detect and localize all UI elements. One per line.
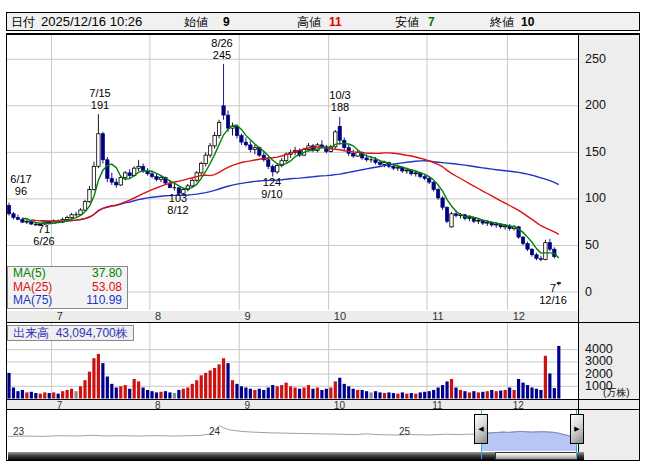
nav-year-label: 23: [13, 427, 24, 437]
price-axis-tick: 100: [585, 192, 606, 205]
candle-up: [276, 165, 279, 172]
volume-bar: [307, 385, 310, 398]
high-label: 高値: [297, 14, 321, 30]
volume-bar: [70, 389, 73, 399]
candle-down: [338, 126, 341, 140]
candle-down: [454, 214, 457, 216]
ma5-value: 37.80: [92, 267, 122, 281]
volume-bar: [481, 392, 484, 399]
candle-down: [128, 173, 131, 176]
candle-up: [65, 218, 68, 220]
candle-up: [124, 173, 127, 178]
volume-bar: [343, 384, 346, 399]
price-annotation: 716/26: [33, 224, 54, 247]
close-label: 終値: [490, 14, 514, 30]
volume-bar: [137, 381, 140, 398]
price-annotation: 10/3188: [329, 90, 350, 113]
volume-bar: [289, 386, 292, 398]
volume-bar: [79, 386, 82, 398]
ma25-value: 53.08: [92, 281, 122, 295]
volume-bar: [142, 388, 145, 399]
candle-down: [347, 148, 350, 154]
open-value: 9: [223, 14, 230, 30]
volume-bar: [369, 392, 372, 398]
candle-down: [423, 177, 426, 179]
volume-bar: [168, 392, 171, 398]
price-annotation: 6/1796: [10, 174, 31, 197]
volume-bar: [401, 392, 404, 398]
navigator-right-handle-button[interactable]: ▶: [570, 414, 584, 444]
volume-bar: [526, 385, 529, 398]
volume-bar: [209, 370, 212, 398]
candle-down: [110, 178, 113, 182]
volume-bar: [441, 385, 444, 398]
volume-bar: [173, 393, 176, 398]
volume-bar: [419, 392, 422, 398]
volume-bar: [262, 390, 265, 399]
volume-bar: [504, 390, 507, 399]
volume-bar: [150, 391, 153, 398]
volume-bar: [204, 373, 207, 399]
candle-down: [530, 249, 533, 255]
volume-bar: [410, 393, 413, 398]
volume-bar: [34, 393, 37, 398]
volume-bar: [437, 388, 440, 399]
candle-down: [548, 243, 551, 250]
stock-chart-app: 日付 2025/12/16 10:26 始値 9 高値 11 安値 7 終値 1…: [0, 0, 653, 470]
volume-bar: [316, 388, 319, 399]
volume-bar: [445, 381, 448, 398]
candle-up: [191, 180, 194, 186]
volume-bar: [472, 391, 475, 398]
volume-bar: [463, 391, 466, 398]
ma5-row: MA(5) 37.80: [8, 267, 127, 281]
volume-bar: [468, 392, 471, 398]
chart-body: 0501001502002504000300020001000(万株) 7891…: [6, 33, 640, 461]
high-value: 11: [329, 14, 342, 30]
ma25-row: MA(25) 53.08: [8, 281, 127, 295]
volume-bar: [222, 358, 225, 398]
candle-up: [159, 177, 162, 179]
candle-up: [213, 136, 216, 146]
volume-bar: [544, 356, 547, 399]
volume-bar: [329, 388, 332, 399]
volume-total-badge: 出来高 43,094,700株: [7, 325, 134, 341]
candle-up: [83, 202, 86, 210]
candle-down: [115, 182, 118, 185]
price-axis-tick: 250: [585, 53, 606, 66]
volume-bar: [352, 389, 355, 399]
volume-bar: [347, 386, 350, 398]
candle-down: [106, 160, 109, 179]
candle-down: [526, 244, 529, 250]
volume-bar: [499, 391, 502, 399]
volume-bar: [83, 380, 86, 398]
navigator-left-handle-button[interactable]: ◀: [474, 414, 488, 444]
month-label: 12: [513, 311, 525, 322]
volume-bar: [454, 388, 457, 399]
month-label: 8: [155, 311, 161, 322]
volume-bar: [258, 389, 261, 399]
horizontal-scrollbar-thumb[interactable]: [495, 452, 577, 460]
volume-bar: [271, 385, 274, 398]
range-navigator[interactable]: [7, 410, 578, 451]
volume-bar: [423, 392, 426, 399]
volume-bar: [124, 385, 127, 398]
candle-down: [12, 214, 15, 218]
candle-down: [441, 198, 444, 207]
date-label: 日付: [11, 14, 35, 30]
volume-bar: [186, 388, 189, 399]
candle-up: [468, 218, 471, 219]
volume-bar: [285, 383, 288, 399]
price-annotation: 1249/10: [261, 177, 282, 200]
volume-bar: [486, 391, 489, 398]
volume-bar: [378, 392, 381, 398]
candle-down: [16, 218, 19, 220]
volume-bar: [513, 390, 516, 399]
divider: [7, 34, 639, 35]
volume-bar: [392, 393, 395, 398]
navigator-canvas[interactable]: [7, 410, 578, 451]
volume-bar: [320, 390, 323, 399]
price-axis-tick: 200: [585, 99, 606, 112]
month-label: 10: [334, 311, 346, 322]
volume-bar: [146, 390, 149, 399]
volume-bar: [517, 379, 520, 399]
